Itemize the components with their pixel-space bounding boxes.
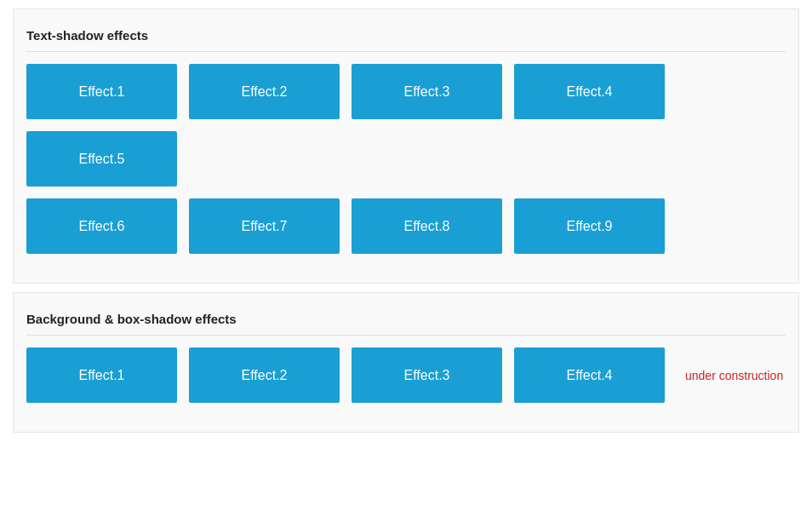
text-shadow-effect-5[interactable]: Effect.5: [26, 131, 177, 187]
box-shadow-row-1: Effect.1 Effect.2 Effect.3 Effect.4 unde…: [26, 347, 786, 403]
under-construction-label: under construction: [677, 347, 783, 403]
box-shadow-effect-1[interactable]: Effect.1: [26, 347, 177, 403]
text-shadow-effect-8[interactable]: Effect.8: [352, 198, 502, 254]
text-shadow-effect-3[interactable]: Effect.3: [352, 64, 502, 119]
box-shadow-effect-2[interactable]: Effect.2: [189, 347, 340, 403]
text-shadow-title: Text-shadow effects: [26, 18, 786, 52]
text-shadow-effect-6[interactable]: Effect.6: [26, 198, 177, 254]
box-shadow-effect-4[interactable]: Effect.4: [514, 347, 665, 403]
text-shadow-effect-4[interactable]: Effect.4: [514, 64, 665, 119]
box-shadow-effect-3[interactable]: Effect.3: [352, 347, 502, 403]
page-wrapper: Text-shadow effects Effect.1 Effect.2 Ef…: [0, 0, 812, 467]
text-shadow-effect-7[interactable]: Effect.7: [189, 198, 340, 254]
box-shadow-title: Background & box-shadow effects: [26, 301, 786, 336]
text-shadow-section: Text-shadow effects Effect.1 Effect.2 Ef…: [13, 9, 799, 284]
text-shadow-effect-2[interactable]: Effect.2: [189, 64, 340, 119]
text-shadow-effect-9[interactable]: Effect.9: [514, 198, 665, 254]
box-shadow-section: Background & box-shadow effects Effect.1…: [13, 292, 799, 433]
text-shadow-row-2: Effect.6 Effect.7 Effect.8 Effect.9: [26, 198, 786, 254]
text-shadow-effect-1[interactable]: Effect.1: [26, 64, 177, 119]
text-shadow-row-1: Effect.1 Effect.2 Effect.3 Effect.4 Effe…: [26, 64, 786, 187]
